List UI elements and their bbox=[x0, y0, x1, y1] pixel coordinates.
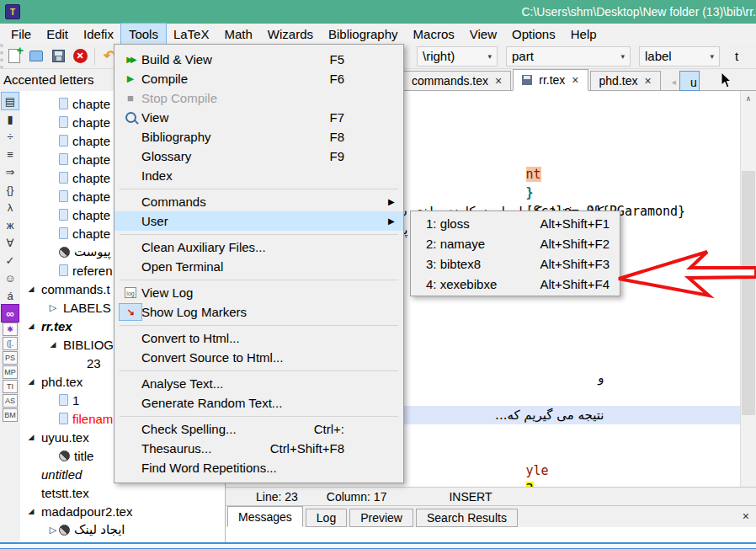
menu-item[interactable]: Build & View F5 ▶ bbox=[114, 50, 403, 69]
toolbar-combo[interactable]: \right) ▾ bbox=[417, 46, 498, 67]
symbol-panel-icon[interactable]: ⇒ bbox=[2, 163, 19, 180]
menu-item[interactable]: Thesaurus... Ctrl+Shift+F8 ▶ bbox=[114, 439, 403, 458]
tab-close-icon[interactable]: × bbox=[572, 73, 578, 87]
symbol-panel-icon[interactable]: ✱ bbox=[3, 322, 18, 336]
menu-item[interactable]: Convert Source to Html... ▶ bbox=[114, 348, 403, 367]
symbol-panel-icon[interactable]: TI bbox=[3, 380, 18, 393]
menu-item-shortcut: F9 bbox=[329, 149, 388, 163]
menu-item[interactable]: Commands ▶ bbox=[114, 192, 403, 211]
editor-status-bar: Line: 23 Column: 17 INSERT bbox=[226, 487, 756, 505]
user-command-item[interactable]: 2: namaye Alt+Shift+F2 bbox=[411, 233, 620, 253]
menu-item[interactable]: Bibliography F8 ▶ bbox=[114, 127, 403, 147]
menu-item[interactable]: Analyse Text... ▶ bbox=[114, 374, 403, 393]
symbol-panel-icon[interactable]: ▮ bbox=[2, 110, 19, 127]
symbol-panel-icon[interactable]: ☺ bbox=[2, 269, 19, 286]
symbol-panel-icon[interactable]: AS bbox=[3, 394, 18, 408]
bottom-panel-close-icon[interactable]: × bbox=[743, 509, 749, 523]
document-tab[interactable]: phd.tex × bbox=[590, 71, 661, 90]
user-command-item[interactable]: 4: xexebibxe Alt+Shift+F4 bbox=[411, 274, 620, 294]
scroll-up-icon[interactable]: ∧ bbox=[741, 91, 756, 105]
toolbar-combo[interactable]: label ▾ bbox=[639, 46, 720, 67]
menu-item-icon bbox=[120, 213, 141, 229]
menu-item[interactable]: ▶ bbox=[114, 367, 403, 374]
tree-row[interactable]: ایجاد لینک bbox=[20, 520, 225, 539]
symbol-panel-icon[interactable]: MP bbox=[3, 365, 18, 379]
menubar-item[interactable]: Wizards bbox=[260, 24, 321, 44]
menu-item[interactable]: ▶ bbox=[114, 231, 403, 237]
menubar-item[interactable]: Options bbox=[504, 24, 563, 44]
symbol-panel-icon[interactable]: ✓ bbox=[2, 252, 19, 269]
menu-item[interactable]: ▶ bbox=[114, 276, 403, 283]
menubar-item[interactable]: Edit bbox=[39, 24, 76, 44]
tree-expander-icon bbox=[25, 507, 37, 515]
symbol-panel-icon[interactable]: ▤ bbox=[2, 93, 19, 109]
bottom-panel-tab[interactable]: Messages bbox=[227, 506, 303, 527]
symbol-panel-icon[interactable]: ∞ bbox=[2, 305, 19, 322]
stop-button[interactable]: ✕ bbox=[70, 47, 90, 66]
symbol-panel-icon[interactable]: ∀ bbox=[2, 234, 19, 251]
tree-row[interactable]: madadpour2.tex bbox=[20, 502, 225, 520]
menubar-item[interactable]: LaTeX bbox=[166, 24, 217, 44]
tree-row[interactable]: tetstt.tex bbox=[20, 483, 225, 502]
menu-item[interactable]: ▶ bbox=[114, 413, 403, 419]
menu-item[interactable]: View Log ▶ bbox=[114, 283, 403, 302]
symbol-panel-icon[interactable]: {} bbox=[2, 181, 19, 198]
user-command-item[interactable]: 1: gloss Alt+Shift+F1 bbox=[411, 213, 620, 233]
menu-item[interactable]: ▶ bbox=[114, 185, 403, 192]
document-tab[interactable]: rr.tex × bbox=[513, 69, 588, 91]
menubar-item[interactable]: Help bbox=[563, 24, 604, 44]
document-tab[interactable]: commands.tex × bbox=[402, 71, 511, 90]
menubar-item[interactable]: Macros bbox=[406, 24, 462, 44]
symbol-panel-icon[interactable]: λ bbox=[2, 199, 19, 216]
save-button[interactable] bbox=[48, 47, 68, 66]
menu-item[interactable]: Generate Random Text... ▶ bbox=[114, 393, 403, 413]
menu-item[interactable]: Compile F6 ▶ bbox=[114, 69, 403, 88]
symbol-panel-icon[interactable]: ≡ bbox=[2, 146, 19, 163]
menubar-item[interactable]: Math bbox=[216, 24, 259, 44]
symbol-panel-icon[interactable]: PS bbox=[3, 351, 18, 365]
symbol-panel-icon[interactable]: á bbox=[2, 287, 19, 304]
menubar-item[interactable]: Tools bbox=[121, 24, 166, 44]
menu-item-shortcut: F6 bbox=[329, 72, 388, 86]
tree-item-icon bbox=[59, 525, 70, 536]
symbol-panel-icon[interactable]: ÷ bbox=[2, 128, 19, 145]
partial-next-tab[interactable]: u bbox=[680, 72, 699, 90]
menu-item[interactable]: View F7 ▶ bbox=[114, 108, 403, 127]
open-file-button[interactable] bbox=[26, 47, 46, 66]
new-document-button[interactable] bbox=[4, 47, 24, 66]
tab-close-icon[interactable]: × bbox=[495, 74, 502, 88]
bottom-panel-tab[interactable]: Log bbox=[306, 509, 347, 527]
tree-expander-icon bbox=[25, 433, 37, 441]
menu-item[interactable]: Index ▶ bbox=[114, 166, 403, 185]
menu-item[interactable]: ▶ bbox=[114, 322, 403, 328]
menubar-item[interactable]: Idefix bbox=[76, 24, 121, 44]
tab-close-icon[interactable]: × bbox=[644, 74, 651, 88]
code-segment: yle bbox=[526, 463, 549, 478]
tree-item-icon bbox=[59, 98, 68, 109]
menu-item[interactable]: Find Word Repetitions... ▶ bbox=[114, 458, 403, 477]
tab-scroll-left-button[interactable]: ◂ bbox=[668, 73, 680, 90]
symbol-panel-icon[interactable]: BM bbox=[3, 408, 18, 422]
toolbar-combo[interactable]: part ▾ bbox=[506, 46, 631, 67]
user-command-item[interactable]: 3: bibtex8 Alt+Shift+F3 bbox=[411, 253, 620, 274]
menu-item[interactable]: Clean Auxiliary Files... ▶ bbox=[114, 237, 403, 257]
symbol-panel-icon[interactable]: ж bbox=[2, 216, 19, 233]
menu-item[interactable]: Check Spelling... Ctrl+: ▶ bbox=[114, 419, 403, 439]
bottom-panel-tab[interactable]: Preview bbox=[349, 509, 413, 527]
mouse-cursor bbox=[721, 72, 732, 89]
menu-item[interactable]: Show Log Markers ▶ bbox=[114, 302, 403, 322]
tree-item-icon bbox=[59, 190, 68, 202]
tree-expander-icon bbox=[25, 322, 37, 330]
menu-item[interactable]: User ▶ bbox=[114, 211, 403, 231]
menubar-item[interactable]: View bbox=[462, 24, 504, 44]
menu-item[interactable]: Open Terminal ▶ bbox=[114, 257, 403, 276]
toolbar-combo[interactable]: t bbox=[730, 46, 752, 67]
symbol-panel-icon[interactable]: ([. bbox=[3, 337, 18, 350]
menubar-item[interactable]: Bibliography bbox=[321, 24, 406, 44]
menubar-item[interactable]: File bbox=[3, 24, 39, 44]
tree-item-icon bbox=[59, 450, 70, 461]
menu-item[interactable]: Glossary F9 ▶ bbox=[114, 147, 403, 166]
menu-item[interactable]: Convert to Html... ▶ bbox=[114, 328, 403, 348]
menu-item[interactable]: Stop Compile ▶ bbox=[114, 88, 403, 108]
bottom-panel-tab[interactable]: Search Results bbox=[416, 509, 518, 527]
